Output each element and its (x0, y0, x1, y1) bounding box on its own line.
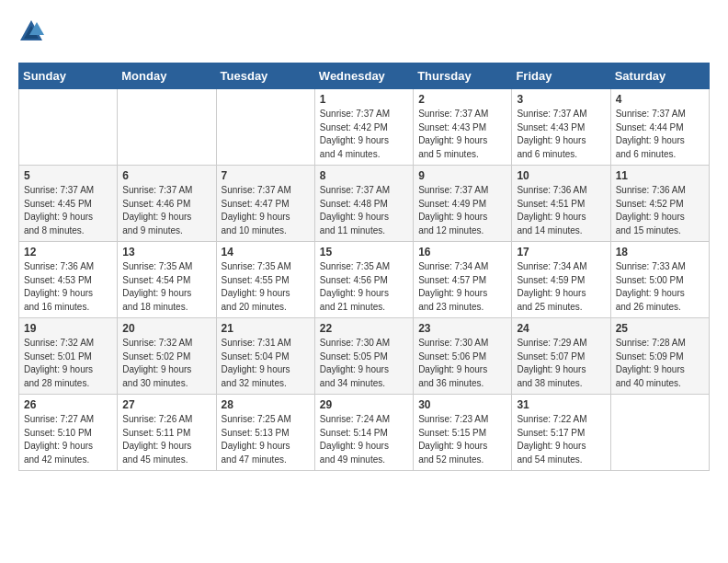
table-row: 4Sunrise: 7:37 AM Sunset: 4:44 PM Daylig… (610, 89, 709, 166)
table-row: 22Sunrise: 7:30 AM Sunset: 5:05 PM Dayli… (314, 318, 413, 395)
day-info: Sunrise: 7:35 AM Sunset: 4:56 PM Dayligh… (320, 260, 408, 314)
header-friday: Friday (512, 63, 610, 89)
day-info: Sunrise: 7:36 AM Sunset: 4:51 PM Dayligh… (517, 184, 605, 237)
day-number: 23 (418, 322, 506, 335)
table-row: 11Sunrise: 7:36 AM Sunset: 4:52 PM Dayli… (610, 166, 709, 242)
day-number: 9 (418, 169, 506, 182)
table-row: 26Sunrise: 7:27 AM Sunset: 5:10 PM Dayli… (19, 395, 118, 471)
day-info: Sunrise: 7:29 AM Sunset: 5:07 PM Dayligh… (517, 337, 605, 390)
day-number: 26 (24, 398, 112, 411)
day-number: 21 (222, 322, 310, 335)
table-row: 24Sunrise: 7:29 AM Sunset: 5:07 PM Dayli… (512, 318, 610, 395)
day-info: Sunrise: 7:34 AM Sunset: 4:57 PM Dayligh… (418, 260, 506, 314)
day-number: 10 (517, 169, 605, 182)
day-info: Sunrise: 7:24 AM Sunset: 5:14 PM Dayligh… (320, 413, 408, 466)
day-info: Sunrise: 7:35 AM Sunset: 4:55 PM Dayligh… (222, 260, 310, 314)
table-row: 30Sunrise: 7:23 AM Sunset: 5:15 PM Dayli… (414, 395, 512, 471)
day-info: Sunrise: 7:32 AM Sunset: 5:01 PM Dayligh… (24, 337, 112, 390)
header-thursday: Thursday (414, 63, 512, 89)
table-row: 13Sunrise: 7:35 AM Sunset: 4:54 PM Dayli… (118, 242, 216, 318)
day-number: 17 (517, 246, 605, 259)
day-number: 27 (122, 398, 210, 411)
header-tuesday: Tuesday (216, 63, 314, 89)
day-number: 28 (222, 398, 310, 411)
table-row: 3Sunrise: 7:37 AM Sunset: 4:43 PM Daylig… (512, 89, 610, 166)
day-info: Sunrise: 7:31 AM Sunset: 5:04 PM Dayligh… (222, 337, 310, 390)
day-info: Sunrise: 7:27 AM Sunset: 5:10 PM Dayligh… (24, 413, 112, 466)
logo (18, 18, 48, 48)
table-row: 1Sunrise: 7:37 AM Sunset: 4:42 PM Daylig… (314, 89, 413, 166)
weekday-header-row: SundayMondayTuesdayWednesdayThursdayFrid… (19, 63, 710, 89)
table-row: 7Sunrise: 7:37 AM Sunset: 4:47 PM Daylig… (216, 166, 314, 242)
table-row: 21Sunrise: 7:31 AM Sunset: 5:04 PM Dayli… (216, 318, 314, 395)
day-number: 22 (320, 322, 408, 335)
day-info: Sunrise: 7:37 AM Sunset: 4:43 PM Dayligh… (418, 108, 506, 161)
day-info: Sunrise: 7:35 AM Sunset: 4:54 PM Dayligh… (122, 260, 210, 314)
table-row: 9Sunrise: 7:37 AM Sunset: 4:49 PM Daylig… (414, 166, 512, 242)
header-monday: Monday (118, 63, 216, 89)
table-row: 31Sunrise: 7:22 AM Sunset: 5:17 PM Dayli… (512, 395, 610, 471)
table-row: 18Sunrise: 7:33 AM Sunset: 5:00 PM Dayli… (610, 242, 709, 318)
table-row: 10Sunrise: 7:36 AM Sunset: 4:51 PM Dayli… (512, 166, 610, 242)
page-header (18, 18, 710, 48)
table-row: 15Sunrise: 7:35 AM Sunset: 4:56 PM Dayli… (314, 242, 413, 318)
day-info: Sunrise: 7:37 AM Sunset: 4:46 PM Dayligh… (122, 184, 210, 237)
day-info: Sunrise: 7:37 AM Sunset: 4:44 PM Dayligh… (616, 108, 704, 161)
day-number: 24 (517, 322, 605, 335)
logo-icon (18, 18, 44, 48)
day-info: Sunrise: 7:34 AM Sunset: 4:59 PM Dayligh… (517, 260, 605, 314)
day-number: 18 (616, 246, 704, 259)
day-number: 5 (24, 169, 112, 182)
week-row-5: 26Sunrise: 7:27 AM Sunset: 5:10 PM Dayli… (19, 395, 710, 471)
header-sunday: Sunday (19, 63, 118, 89)
day-info: Sunrise: 7:33 AM Sunset: 5:00 PM Dayligh… (616, 260, 704, 314)
day-number: 12 (24, 246, 112, 259)
table-row: 16Sunrise: 7:34 AM Sunset: 4:57 PM Dayli… (414, 242, 512, 318)
table-row: 2Sunrise: 7:37 AM Sunset: 4:43 PM Daylig… (414, 89, 512, 166)
day-info: Sunrise: 7:25 AM Sunset: 5:13 PM Dayligh… (222, 413, 310, 466)
day-number: 30 (418, 398, 506, 411)
day-info: Sunrise: 7:23 AM Sunset: 5:15 PM Dayligh… (418, 413, 506, 466)
day-info: Sunrise: 7:37 AM Sunset: 4:49 PM Dayligh… (418, 184, 506, 237)
day-info: Sunrise: 7:36 AM Sunset: 4:52 PM Dayligh… (616, 184, 704, 237)
header-saturday: Saturday (610, 63, 709, 89)
day-number: 25 (616, 322, 704, 335)
table-row: 5Sunrise: 7:37 AM Sunset: 4:45 PM Daylig… (19, 166, 118, 242)
table-row: 12Sunrise: 7:36 AM Sunset: 4:53 PM Dayli… (19, 242, 118, 318)
day-number: 13 (122, 246, 210, 259)
week-row-2: 5Sunrise: 7:37 AM Sunset: 4:45 PM Daylig… (19, 166, 710, 242)
day-info: Sunrise: 7:37 AM Sunset: 4:43 PM Dayligh… (517, 108, 605, 161)
day-info: Sunrise: 7:26 AM Sunset: 5:11 PM Dayligh… (122, 413, 210, 466)
table-row: 20Sunrise: 7:32 AM Sunset: 5:02 PM Dayli… (118, 318, 216, 395)
day-number: 2 (418, 93, 506, 106)
day-number: 20 (122, 322, 210, 335)
day-number: 7 (222, 169, 310, 182)
day-number: 3 (517, 93, 605, 106)
table-row: 25Sunrise: 7:28 AM Sunset: 5:09 PM Dayli… (610, 318, 709, 395)
day-number: 11 (616, 169, 704, 182)
day-number: 19 (24, 322, 112, 335)
day-info: Sunrise: 7:36 AM Sunset: 4:53 PM Dayligh… (24, 260, 112, 314)
table-row: 27Sunrise: 7:26 AM Sunset: 5:11 PM Dayli… (118, 395, 216, 471)
day-number: 1 (320, 93, 408, 106)
week-row-1: 1Sunrise: 7:37 AM Sunset: 4:42 PM Daylig… (19, 89, 710, 166)
table-row (118, 89, 216, 166)
table-row: 6Sunrise: 7:37 AM Sunset: 4:46 PM Daylig… (118, 166, 216, 242)
table-row: 28Sunrise: 7:25 AM Sunset: 5:13 PM Dayli… (216, 395, 314, 471)
day-info: Sunrise: 7:30 AM Sunset: 5:05 PM Dayligh… (320, 337, 408, 390)
day-number: 29 (320, 398, 408, 411)
table-row: 19Sunrise: 7:32 AM Sunset: 5:01 PM Dayli… (19, 318, 118, 395)
table-row: 14Sunrise: 7:35 AM Sunset: 4:55 PM Dayli… (216, 242, 314, 318)
header-wednesday: Wednesday (314, 63, 413, 89)
table-row (610, 395, 709, 471)
table-row: 8Sunrise: 7:37 AM Sunset: 4:48 PM Daylig… (314, 166, 413, 242)
day-number: 4 (616, 93, 704, 106)
day-info: Sunrise: 7:37 AM Sunset: 4:42 PM Dayligh… (320, 108, 408, 161)
day-number: 16 (418, 246, 506, 259)
day-info: Sunrise: 7:28 AM Sunset: 5:09 PM Dayligh… (616, 337, 704, 390)
day-info: Sunrise: 7:37 AM Sunset: 4:45 PM Dayligh… (24, 184, 112, 237)
week-row-4: 19Sunrise: 7:32 AM Sunset: 5:01 PM Dayli… (19, 318, 710, 395)
day-info: Sunrise: 7:22 AM Sunset: 5:17 PM Dayligh… (517, 413, 605, 466)
table-row: 29Sunrise: 7:24 AM Sunset: 5:14 PM Dayli… (314, 395, 413, 471)
calendar-table: SundayMondayTuesdayWednesdayThursdayFrid… (18, 63, 710, 471)
